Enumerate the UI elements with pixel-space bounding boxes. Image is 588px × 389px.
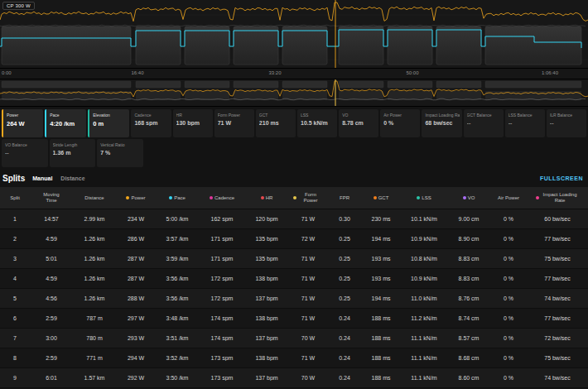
split-row[interactable]: 73:00780 m293 W3:51 /km174 spm137 bpm70 …	[0, 329, 588, 348]
metric-tile-form-power[interactable]: Form Power71 W	[214, 109, 254, 137]
metric-label: Impact Loading Rate	[425, 113, 459, 118]
cell-hr: 120 bpm	[245, 216, 288, 222]
metric-tile-vo[interactable]: VO8.78 cm	[339, 109, 378, 137]
cell-hr: 138 bpm	[245, 276, 288, 281]
metric-tile-lss[interactable]: LSS10.5 kN/m	[297, 109, 337, 137]
cell-power: 287 W	[116, 256, 156, 262]
cell-cadence: 171 spm	[199, 256, 245, 262]
cell-fpr: 0.25	[328, 256, 361, 262]
fullscreen-button[interactable]: FULLSCREEN	[540, 175, 583, 181]
cell-fpr: 0.24	[328, 335, 361, 341]
cell-split: 7	[0, 335, 30, 341]
series-dot-gct	[374, 196, 377, 199]
split-row[interactable]: 54:561.26 km288 W3:56 /km172 spm137 bpm7…	[0, 289, 588, 309]
column-header-fpr: FPR	[328, 187, 361, 209]
main-chart[interactable]	[0, 0, 588, 68]
metric-tiles: Power264 WPace4:20 /kmElevation0 mCadenc…	[0, 107, 588, 167]
metric-tile-hr[interactable]: HR130 bpm	[173, 109, 213, 137]
cell-lss: 10.8 kN/m	[401, 256, 447, 262]
cell-lss: 11.0 kN/m	[401, 295, 447, 301]
split-row[interactable]: 114:572.99 km234 W5:00 /km162 spm120 bpm…	[0, 209, 588, 229]
series-dot-hr	[261, 196, 264, 199]
cell-hr: 138 bpm	[245, 355, 288, 361]
activity-analysis-page: CP 300 W 0:0016:4033:2050:001:06:40 Powe…	[0, 0, 588, 389]
metric-label: HR	[176, 113, 210, 118]
metric-label: Elevation	[93, 113, 127, 118]
metric-tile-ilr-balance[interactable]: ILR Balance--	[547, 109, 586, 137]
split-row[interactable]: 62:59787 m297 W3:48 /km174 spm138 bpm71 …	[0, 309, 588, 329]
cell-distance: 1.26 km	[73, 236, 116, 242]
split-row[interactable]: 44:591.26 km287 W3:56 /km172 spm138 bpm7…	[0, 269, 588, 289]
column-header-cadence: Cadence	[199, 187, 245, 209]
cell-hr: 135 bpm	[245, 236, 288, 242]
metric-tile-stride-length[interactable]: Stride Length1.36 m	[50, 139, 96, 167]
cell-distance: 1.26 km	[73, 276, 116, 281]
cell-form-power: 71 W	[288, 295, 328, 301]
cell-moving-time: 4:59	[30, 236, 73, 242]
cell-vo: 8.74 cm	[447, 315, 490, 321]
overview-chart[interactable]	[0, 79, 588, 106]
series-dot-pace	[169, 196, 172, 199]
cell-moving-time: 5:01	[30, 256, 73, 262]
metric-value: --	[5, 150, 46, 156]
metric-tile-gct[interactable]: GCT210 ms	[256, 109, 296, 137]
metric-label: Form Power	[218, 113, 252, 118]
cell-form-power: 71 W	[288, 216, 328, 222]
split-row[interactable]: 82:59771 m294 W3:52 /km173 spm138 bpm71 …	[0, 348, 588, 368]
metric-tile-lss-balance[interactable]: LSS Balance--	[505, 109, 545, 137]
metric-tile-cadence[interactable]: Cadence168 spm	[131, 109, 171, 137]
cell-gct: 194 ms	[361, 295, 401, 301]
cell-distance: 1.26 km	[73, 295, 116, 301]
metric-value: --	[550, 120, 584, 126]
column-header-distance: Distance	[73, 187, 116, 209]
split-row[interactable]: 24:591.26 km286 W3:57 /km171 spm135 bpm7…	[0, 229, 588, 249]
cell-split: 1	[0, 216, 30, 222]
main-chart-panel: CP 300 W	[0, 0, 588, 69]
metric-tile-vertical-ratio[interactable]: Vertical Ratio7 %	[97, 139, 143, 167]
cell-air-power: 0 %	[490, 355, 527, 361]
cell-pace: 3:52 /km	[156, 355, 199, 361]
cell-impact-loading-rate: 77 bw/sec	[527, 315, 588, 321]
cell-moving-time: 2:59	[30, 355, 73, 361]
series-dot-impact-loading-rate	[536, 196, 539, 199]
cell-vo: 8.90 cm	[447, 236, 490, 242]
cell-impact-loading-rate: 75 bw/sec	[527, 355, 588, 361]
cell-gct: 188 ms	[361, 355, 401, 361]
cell-impact-loading-rate: 77 bw/sec	[527, 236, 588, 242]
metric-tiles-row2: VO Balance--Stride Length1.36 mVertical …	[2, 139, 586, 167]
cell-distance: 2.99 km	[73, 216, 116, 222]
tab-distance[interactable]: Distance	[60, 175, 84, 181]
cell-moving-time: 2:59	[30, 315, 73, 321]
cell-power: 292 W	[116, 375, 156, 381]
axis-tick: 33:20	[268, 70, 281, 75]
cell-power: 293 W	[116, 335, 156, 341]
time-axis: 0:0016:4033:2050:001:06:40	[0, 69, 588, 79]
metric-tile-power[interactable]: Power264 W	[2, 109, 43, 137]
metric-tile-vo-balance[interactable]: VO Balance--	[2, 139, 48, 167]
splits-title: Splits	[2, 174, 25, 183]
cell-power: 286 W	[116, 236, 156, 242]
cell-split: 3	[0, 256, 30, 262]
tab-manual[interactable]: Manual	[32, 175, 52, 181]
cell-moving-time: 14:57	[30, 216, 73, 222]
metric-tile-elevation[interactable]: Elevation0 m	[88, 109, 129, 137]
metric-tile-impact-loading-rate[interactable]: Impact Loading Rate68 bw/sec	[422, 109, 461, 137]
metric-tile-pace[interactable]: Pace4:20 /km	[45, 109, 86, 137]
cell-cadence: 173 spm	[199, 355, 245, 361]
metric-tile-air-power[interactable]: Air Power0 %	[380, 109, 420, 137]
cell-gct: 193 ms	[361, 256, 401, 262]
cell-power: 294 W	[116, 355, 156, 361]
split-row[interactable]: 96:011.57 km292 W3:50 /km173 spm137 bpm7…	[0, 368, 588, 388]
split-row[interactable]: 35:011.26 km287 W3:59 /km171 spm135 bpm7…	[0, 249, 588, 269]
metric-tile-gct-balance[interactable]: GCT Balance--	[464, 109, 504, 137]
cell-pace: 3:59 /km	[156, 256, 199, 262]
cell-air-power: 0 %	[490, 335, 527, 341]
cell-hr: 135 bpm	[245, 256, 288, 262]
column-header-split: Split	[0, 187, 30, 209]
metric-value: 168 spm	[134, 120, 168, 126]
cell-air-power: 0 %	[490, 295, 527, 301]
axis-tick: 16:40	[131, 70, 143, 75]
metric-value: 10.5 kN/m	[301, 120, 335, 126]
cell-form-power: 71 W	[288, 256, 328, 262]
metric-label: Air Power	[383, 113, 417, 118]
